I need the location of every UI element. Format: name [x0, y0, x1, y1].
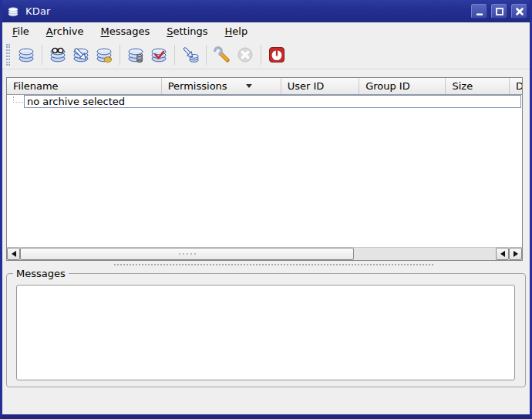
- messages-textarea[interactable]: [16, 285, 515, 380]
- tree-branch-icon: [13, 96, 23, 103]
- toolbar-separator: [174, 45, 175, 65]
- menu-messages[interactable]: Messages: [92, 22, 158, 40]
- open-archive-icon: [49, 46, 67, 64]
- restore-archive-icon: [181, 46, 200, 64]
- title-bar[interactable]: KDar: [0, 0, 532, 22]
- extract-archive-icon: [72, 46, 90, 64]
- menu-help[interactable]: Help: [217, 22, 257, 40]
- splitter-handle[interactable]: [114, 264, 433, 268]
- column-header-permissions[interactable]: Permissions: [162, 78, 281, 94]
- open-archive-button[interactable]: [47, 44, 69, 66]
- scroll-left-button[interactable]: [7, 248, 20, 260]
- menu-archive[interactable]: Archive: [38, 22, 93, 40]
- scroll-left-button-2[interactable]: [496, 248, 509, 260]
- arrow-left-icon: [500, 251, 505, 257]
- toolbar-separator: [206, 45, 207, 65]
- diff-archive-button[interactable]: [125, 44, 146, 66]
- messages-groupbox: Messages: [6, 273, 526, 387]
- stop-button: [234, 44, 256, 66]
- kdar-window: KDar File Archive Messages Settings Help: [0, 0, 532, 419]
- quit-icon: [268, 46, 286, 64]
- column-header-user-id[interactable]: User ID: [281, 78, 359, 94]
- close-button[interactable]: [511, 4, 527, 19]
- toolbar-separator: [261, 45, 261, 65]
- toolbar-separator: [120, 45, 120, 65]
- isolate-catalogue-button[interactable]: [93, 44, 115, 66]
- quit-button[interactable]: [266, 44, 288, 66]
- stop-icon: [236, 46, 254, 64]
- minimize-icon: [473, 5, 486, 18]
- status-bar: [2, 390, 530, 414]
- grip-dots-icon: [179, 253, 180, 255]
- configure-icon: [213, 46, 231, 64]
- new-archive-icon: [17, 46, 35, 64]
- list-header: Filename Permissions User ID Group ID Si…: [7, 78, 522, 95]
- restore-archive-button[interactable]: [180, 44, 201, 66]
- maximize-button[interactable]: [491, 4, 507, 19]
- menu-file[interactable]: File: [4, 22, 38, 40]
- test-archive-icon: [150, 46, 168, 64]
- list-row[interactable]: no archive selected: [7, 95, 522, 109]
- scroll-right-button[interactable]: [509, 248, 522, 260]
- scrollbar-thumb[interactable]: [20, 248, 354, 260]
- menu-bar: File Archive Messages Settings Help: [2, 22, 530, 40]
- diff-archive-icon: [126, 46, 145, 64]
- messages-label: Messages: [13, 267, 69, 280]
- toolbar-separator: [42, 45, 42, 65]
- configure-button[interactable]: [211, 44, 233, 66]
- horizontal-scrollbar: [7, 247, 522, 260]
- new-archive-button[interactable]: [15, 44, 37, 66]
- maximize-icon: [493, 5, 506, 18]
- column-header-filename[interactable]: Filename: [7, 78, 162, 94]
- arrow-right-icon: [513, 251, 518, 257]
- archive-file-list: Filename Permissions User ID Group ID Si…: [6, 77, 523, 261]
- scrollbar-trough[interactable]: [354, 248, 496, 260]
- toolbar: [2, 40, 530, 69]
- sort-descending-icon: [246, 84, 252, 88]
- no-archive-selected-item[interactable]: no archive selected: [24, 95, 521, 108]
- isolate-catalogue-icon: [95, 46, 113, 64]
- toolbar-drag-handle[interactable]: [6, 44, 10, 66]
- menu-settings[interactable]: Settings: [158, 22, 216, 40]
- arrow-left-icon: [12, 251, 16, 257]
- minimize-button[interactable]: [471, 4, 487, 19]
- window-title: KDar: [25, 5, 51, 17]
- column-header-size[interactable]: Size: [446, 78, 510, 94]
- test-archive-button[interactable]: [148, 44, 170, 66]
- column-header-group-id[interactable]: Group ID: [359, 78, 446, 94]
- extract-archive-button[interactable]: [70, 44, 92, 66]
- close-icon: [513, 5, 526, 18]
- kdar-app-icon: [6, 5, 20, 18]
- column-header-date[interactable]: D: [510, 78, 522, 94]
